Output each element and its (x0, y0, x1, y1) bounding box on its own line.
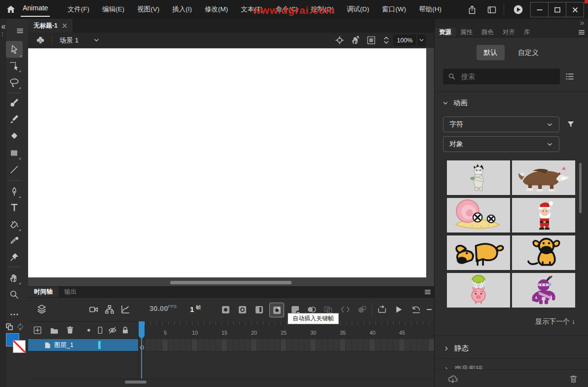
search-input[interactable] (460, 72, 555, 81)
zoom-level-select[interactable]: 100% (393, 35, 426, 46)
collapse-panel-right-button[interactable] (579, 20, 585, 26)
menu-item-modify[interactable]: 修改(M) (198, 5, 234, 14)
collapse-panel-button[interactable] (0, 24, 6, 30)
canvas-horizontal-scrollbar[interactable] (170, 281, 292, 284)
insert-frame-button[interactable] (253, 303, 265, 316)
mode-custom-button[interactable]: 自定义 (513, 45, 544, 60)
close-button[interactable] (566, 2, 584, 17)
menu-item-window[interactable]: 窗口(W) (376, 5, 413, 14)
auto-keyframe-toggle[interactable]: A (269, 303, 284, 317)
menu-item-insert[interactable]: 插入(I) (166, 5, 198, 14)
menu-item-file[interactable]: 文件(F) (61, 5, 96, 14)
tool-lasso[interactable] (7, 75, 22, 90)
menu-item-view[interactable]: 视图(V) (131, 5, 166, 14)
zoom-stepper[interactable] (381, 35, 391, 45)
modify-markers-button[interactable] (356, 303, 368, 316)
object-filter-select[interactable]: 对象 (443, 136, 559, 152)
menu-item-help[interactable]: 帮助(H) (412, 5, 448, 14)
asset-item-werewolf[interactable] (512, 160, 575, 195)
edit-multiple-frames-button[interactable] (339, 303, 352, 316)
panel-tab-colors[interactable]: 颜色 (477, 28, 498, 37)
layer-parenting-button[interactable] (104, 304, 115, 315)
center-stage-button[interactable] (334, 35, 345, 45)
asset-item-pig-parachute[interactable] (447, 273, 510, 308)
asset-item-dead-snail[interactable] (447, 198, 510, 232)
rotate-stage-button[interactable] (350, 35, 361, 45)
asset-item-santa[interactable] (512, 198, 575, 232)
section-animation-header[interactable]: 动画 (442, 98, 468, 108)
undo-button[interactable] (410, 303, 423, 316)
tool-subselection[interactable] (7, 58, 22, 73)
pasteboard[interactable] (28, 48, 434, 286)
tool-zoom[interactable] (7, 287, 22, 302)
layer-frames-strip[interactable] (139, 339, 434, 351)
minimize-button[interactable] (530, 2, 549, 17)
menu-item-edit[interactable]: 编辑(E) (96, 5, 131, 14)
filter-button[interactable] (566, 119, 576, 129)
assets-scrollbar[interactable] (579, 163, 582, 213)
tool-asset-warp[interactable] (7, 250, 22, 265)
share-button[interactable] (467, 4, 478, 15)
tool-classic-brush[interactable] (7, 112, 22, 126)
lock-layers-toggle[interactable] (120, 325, 130, 335)
play-button[interactable] (392, 303, 405, 316)
panel-menu-button[interactable] (578, 29, 585, 36)
tool-hand[interactable] (7, 271, 22, 285)
scene-dropdown-button[interactable] (93, 37, 100, 43)
layers-view-button[interactable] (36, 304, 47, 315)
tools-panel-menu-button[interactable] (16, 28, 24, 34)
insert-keyframe-button[interactable] (219, 303, 232, 316)
panel-tab-library[interactable]: 库 (519, 28, 535, 37)
mode-default-button[interactable]: 默认 (477, 45, 505, 60)
timeline-ruler[interactable]: 5 10 15 20 25 30 35 40 45 (139, 321, 434, 340)
tool-selection[interactable] (6, 41, 23, 58)
tool-rectangle[interactable] (7, 146, 22, 160)
view-options-button[interactable] (565, 72, 575, 81)
show-active-layer-toggle[interactable] (84, 325, 94, 335)
edit-scene-button[interactable] (35, 35, 46, 46)
timeline-menu-button[interactable] (424, 289, 431, 295)
new-folder-button[interactable] (49, 326, 59, 336)
test-movie-button[interactable] (513, 4, 524, 15)
show-next-button[interactable]: 显示下一个 ↓ (535, 317, 575, 326)
swap-colors-button[interactable] (16, 323, 24, 331)
tool-line[interactable] (7, 162, 22, 177)
character-filter-select[interactable]: 字符 (443, 116, 559, 132)
close-tab-icon[interactable] (62, 23, 67, 28)
frame-rate-value[interactable]: 30.00FPS (149, 304, 177, 312)
panel-tab-assets[interactable]: 资源 (435, 28, 456, 37)
hide-layers-toggle[interactable] (108, 325, 117, 335)
asset-item-dog-playing[interactable] (447, 235, 510, 270)
section-static-header[interactable]: 静态 (443, 344, 469, 353)
delete-asset-button[interactable] (568, 374, 579, 384)
tool-text[interactable] (7, 200, 22, 215)
default-colors-button[interactable] (5, 323, 13, 331)
delete-layer-button[interactable] (65, 325, 75, 335)
asset-item-mummy[interactable] (447, 160, 510, 195)
asset-item-ninja[interactable] (512, 273, 575, 308)
maximize-button[interactable] (548, 2, 566, 17)
loop-playback-button[interactable] (375, 303, 388, 316)
timeline-horizontal-scrollbar[interactable] (125, 381, 147, 384)
layer-row[interactable]: 图层_1 (28, 339, 139, 351)
menu-item-debug[interactable]: 调试(D) (340, 5, 376, 14)
tool-eraser[interactable] (7, 128, 22, 143)
tool-pen[interactable] (7, 184, 22, 199)
canvas-stage[interactable] (28, 48, 426, 277)
fill-color-swatch[interactable] (13, 340, 26, 353)
tab-timeline[interactable]: 时间轴 (28, 287, 59, 297)
camera-button[interactable] (88, 304, 99, 315)
asset-search[interactable] (443, 69, 560, 84)
tab-output[interactable]: 输出 (59, 287, 83, 297)
tool-fluid-brush[interactable] (7, 95, 22, 110)
tool-eyedropper[interactable] (7, 233, 22, 248)
outline-view-toggle[interactable] (95, 325, 105, 335)
new-layer-button[interactable] (33, 325, 42, 335)
document-tab[interactable]: 无标题-1 (28, 19, 73, 33)
sync-assets-button[interactable] (447, 374, 458, 385)
toolbar-more-button[interactable] (7, 307, 22, 322)
graph-editor-button[interactable] (120, 304, 131, 315)
playhead[interactable] (139, 321, 145, 336)
panel-tab-properties[interactable]: 属性 (456, 28, 477, 37)
zoom-chevron-down-icon[interactable] (416, 35, 426, 46)
